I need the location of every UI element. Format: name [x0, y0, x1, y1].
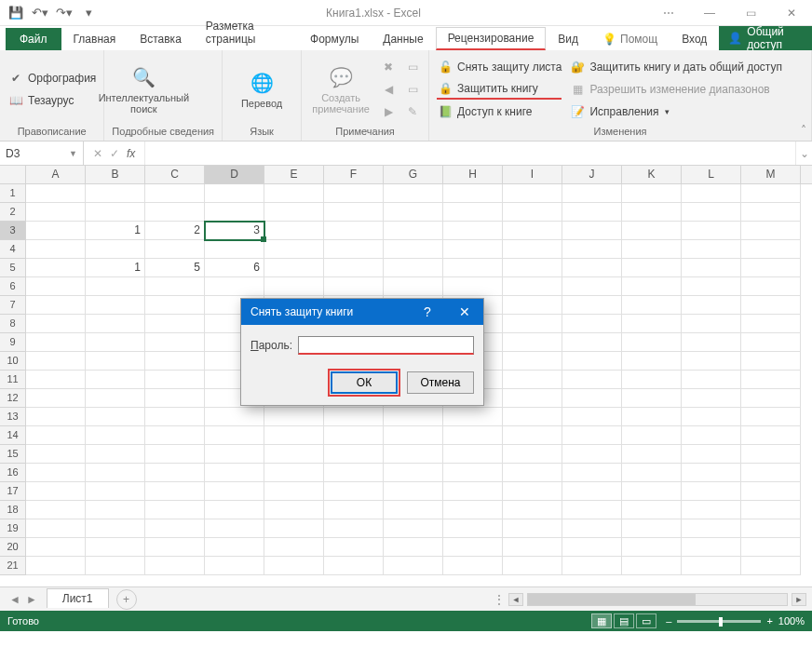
cell[interactable]: [562, 501, 622, 519]
scroll-first-icon[interactable]: ◄: [9, 593, 20, 606]
column-header[interactable]: A: [26, 166, 86, 183]
cell[interactable]: [562, 371, 622, 389]
cell[interactable]: [145, 408, 205, 426]
allow-ranges-button[interactable]: ▦Разрешить изменение диапазонов: [569, 79, 782, 100]
cell[interactable]: [86, 408, 145, 426]
cell[interactable]: [503, 240, 562, 259]
row-header[interactable]: 12: [0, 389, 26, 408]
cell[interactable]: [741, 203, 801, 222]
cell[interactable]: [562, 222, 622, 240]
cell[interactable]: [264, 240, 324, 259]
cell[interactable]: [145, 184, 205, 203]
cell[interactable]: [86, 389, 145, 408]
cell[interactable]: [324, 184, 384, 203]
cell[interactable]: [26, 222, 86, 240]
view-normal-icon[interactable]: ▦: [591, 613, 612, 628]
cell[interactable]: [622, 519, 682, 538]
cell[interactable]: [682, 501, 741, 519]
cell[interactable]: [26, 538, 86, 557]
cell[interactable]: [503, 538, 562, 557]
cell[interactable]: [741, 426, 801, 445]
cell[interactable]: [622, 315, 682, 333]
save-icon[interactable]: 💾: [6, 3, 26, 23]
cell[interactable]: [622, 389, 682, 408]
cell[interactable]: [562, 538, 622, 557]
cell[interactable]: [264, 184, 324, 203]
password-input[interactable]: [298, 336, 474, 355]
cell[interactable]: [682, 389, 741, 408]
cell[interactable]: [384, 464, 443, 482]
cell[interactable]: [562, 184, 622, 203]
minimize-icon[interactable]: —: [689, 0, 730, 26]
cell[interactable]: [205, 277, 264, 296]
cell[interactable]: [682, 538, 741, 557]
cell[interactable]: 5: [145, 259, 205, 277]
row-header[interactable]: 7: [0, 296, 26, 315]
cell[interactable]: [622, 408, 682, 426]
column-header[interactable]: J: [562, 166, 622, 183]
cell[interactable]: [26, 184, 86, 203]
cell[interactable]: [86, 501, 145, 519]
cell[interactable]: [145, 482, 205, 501]
tell-me[interactable]: 💡Помощ: [590, 28, 670, 50]
select-all-corner[interactable]: [0, 166, 26, 183]
cell[interactable]: [741, 222, 801, 240]
cell[interactable]: [682, 240, 741, 259]
cell[interactable]: [264, 464, 324, 482]
cell[interactable]: [205, 501, 264, 519]
cell[interactable]: [503, 501, 562, 519]
cell[interactable]: [264, 426, 324, 445]
cell[interactable]: [384, 259, 443, 277]
cell[interactable]: [503, 296, 562, 315]
cell[interactable]: [86, 315, 145, 333]
cell[interactable]: [384, 501, 443, 519]
cell[interactable]: [562, 352, 622, 371]
cell[interactable]: [324, 538, 384, 557]
cell[interactable]: [443, 259, 503, 277]
cell[interactable]: [26, 557, 86, 575]
cell[interactable]: [622, 184, 682, 203]
view-page-break-icon[interactable]: ▭: [636, 613, 656, 628]
cell[interactable]: [26, 240, 86, 259]
collapse-ribbon-icon[interactable]: ˄: [801, 124, 806, 137]
cell[interactable]: [86, 371, 145, 389]
cell[interactable]: [205, 464, 264, 482]
new-comment-button[interactable]: 💬 Создать примечание: [309, 64, 372, 115]
cell[interactable]: 3: [205, 222, 264, 240]
cell[interactable]: [145, 519, 205, 538]
tab-view[interactable]: Вид: [546, 28, 590, 50]
cell[interactable]: [682, 222, 741, 240]
cell[interactable]: [682, 445, 741, 464]
cell[interactable]: [562, 333, 622, 352]
cell[interactable]: [264, 557, 324, 575]
cell[interactable]: [384, 538, 443, 557]
cell[interactable]: [264, 482, 324, 501]
cell[interactable]: [264, 538, 324, 557]
cell[interactable]: [26, 277, 86, 296]
cell[interactable]: [26, 519, 86, 538]
cell[interactable]: [503, 259, 562, 277]
cell[interactable]: [562, 445, 622, 464]
expand-formula-icon[interactable]: ⌄: [795, 142, 812, 165]
cell[interactable]: [562, 557, 622, 575]
cell[interactable]: [562, 464, 622, 482]
cell[interactable]: [324, 408, 384, 426]
cell[interactable]: [26, 371, 86, 389]
smart-lookup-button[interactable]: 🔍 Интеллектуальный поиск: [112, 64, 175, 115]
row-header[interactable]: 3: [0, 222, 26, 240]
cell[interactable]: [682, 203, 741, 222]
row-header[interactable]: 8: [0, 315, 26, 333]
dialog-help-icon[interactable]: ?: [409, 304, 446, 319]
cell[interactable]: 6: [205, 259, 264, 277]
cell[interactable]: [384, 482, 443, 501]
cell[interactable]: [622, 203, 682, 222]
cell[interactable]: [562, 519, 622, 538]
cell[interactable]: [622, 445, 682, 464]
scroll-last-icon[interactable]: ►: [26, 593, 37, 606]
cell[interactable]: [503, 557, 562, 575]
cell[interactable]: [503, 333, 562, 352]
tab-file[interactable]: Файл: [6, 28, 61, 50]
share-button[interactable]: 👤Общий доступ: [719, 26, 812, 50]
close-icon[interactable]: ✕: [771, 0, 812, 26]
zoom-thumb[interactable]: [719, 617, 723, 627]
